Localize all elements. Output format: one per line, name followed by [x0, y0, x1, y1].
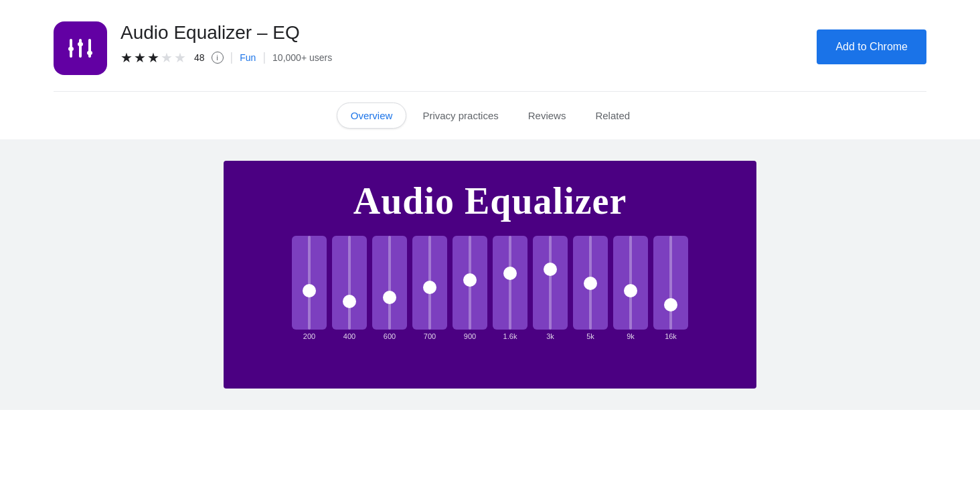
- eq-slider-label-900: 900: [464, 332, 476, 340]
- eq-slider-knob-900[interactable]: [463, 273, 477, 287]
- eq-slider-knob-1.6k[interactable]: [503, 267, 517, 280]
- category-tag[interactable]: Fun: [240, 52, 256, 63]
- add-to-chrome-button[interactable]: Add to Chrome: [817, 29, 926, 64]
- divider: |: [230, 50, 234, 64]
- eq-slider-knob-200[interactable]: [303, 284, 316, 297]
- content-area: Audio Equalizer 2004006007009001.6k3k5k9…: [0, 139, 980, 410]
- eq-slider-label-9k: 9k: [627, 332, 635, 340]
- svg-rect-3: [78, 42, 83, 46]
- eq-slider-line-1.6k: [509, 236, 511, 330]
- nav-tabs: Overview Privacy practices Reviews Relat…: [0, 92, 980, 139]
- star-rating: ★ ★ ★ ★ ★: [120, 50, 186, 66]
- eq-slider-line-3k: [549, 236, 552, 330]
- eq-slider-line-200: [308, 236, 311, 330]
- eq-slider-label-600: 600: [384, 332, 396, 340]
- eq-slider-knob-600[interactable]: [383, 291, 396, 304]
- eq-slider-track-5k: [573, 236, 608, 330]
- eq-slider-knob-700[interactable]: [423, 281, 436, 294]
- eq-slider-line-16k: [669, 236, 672, 330]
- eq-slider-label-3k: 3k: [546, 332, 554, 340]
- eq-slider-track-1.6k: [493, 236, 527, 330]
- header-section: Audio Equalizer – EQ ★ ★ ★ ★ ★ 48 i | Fu…: [0, 0, 980, 91]
- eq-slider-16k: 16k: [653, 236, 688, 340]
- divider-2: |: [262, 50, 266, 64]
- star-5: ★: [174, 50, 186, 66]
- eq-preview-image: Audio Equalizer 2004006007009001.6k3k5k9…: [224, 161, 756, 389]
- eq-slider-track-3k: [533, 236, 568, 330]
- eq-slider-label-16k: 16k: [665, 332, 677, 340]
- eq-slider-track-9k: [613, 236, 648, 330]
- eq-slider-knob-16k[interactable]: [664, 298, 677, 311]
- eq-slider-3k: 3k: [533, 236, 568, 340]
- eq-slider-400: 400: [332, 236, 367, 340]
- eq-slider-track-200: [292, 236, 327, 330]
- users-count: 10,000+ users: [272, 52, 332, 63]
- eq-slider-track-16k: [653, 236, 688, 330]
- svg-rect-1: [68, 47, 74, 51]
- eq-slider-track-900: [453, 236, 487, 330]
- eq-slider-5k: 5k: [573, 236, 608, 340]
- tab-privacy[interactable]: Privacy practices: [409, 103, 511, 128]
- eq-slider-900: 900: [453, 236, 487, 340]
- eq-slider-knob-3k[interactable]: [544, 263, 557, 276]
- eq-slider-label-200: 200: [303, 332, 315, 340]
- eq-slider-track-700: [412, 236, 447, 330]
- app-title: Audio Equalizer – EQ: [120, 21, 332, 44]
- eq-slider-label-1.6k: 1.6k: [503, 332, 517, 340]
- eq-slider-track-600: [372, 236, 407, 330]
- eq-slider-knob-400[interactable]: [343, 295, 356, 308]
- eq-slider-label-700: 700: [424, 332, 436, 340]
- app-icon: [54, 21, 107, 75]
- app-meta: ★ ★ ★ ★ ★ 48 i | Fun | 10,000+ users: [120, 50, 332, 66]
- eq-sliders-container: 2004006007009001.6k3k5k9k16k: [292, 236, 688, 340]
- eq-slider-label-400: 400: [343, 332, 355, 340]
- eq-slider-600: 600: [372, 236, 407, 340]
- eq-slider-knob-9k[interactable]: [624, 284, 637, 297]
- eq-slider-line-400: [348, 236, 351, 330]
- svg-rect-2: [79, 39, 82, 58]
- tab-related[interactable]: Related: [582, 103, 643, 128]
- star-4: ★: [161, 50, 173, 66]
- eq-slider-9k: 9k: [613, 236, 648, 340]
- eq-slider-200: 200: [292, 236, 327, 340]
- svg-rect-5: [87, 51, 92, 55]
- header-left: Audio Equalizer – EQ ★ ★ ★ ★ ★ 48 i | Fu…: [54, 21, 332, 75]
- app-info: Audio Equalizer – EQ ★ ★ ★ ★ ★ 48 i | Fu…: [120, 21, 332, 66]
- tab-overview[interactable]: Overview: [337, 102, 407, 129]
- eq-slider-knob-5k[interactable]: [584, 277, 597, 290]
- rating-count: 48: [194, 52, 205, 63]
- eq-slider-1.6k: 1.6k: [493, 236, 527, 340]
- info-icon[interactable]: i: [212, 52, 224, 64]
- star-3: ★: [147, 50, 159, 66]
- eq-slider-line-600: [388, 236, 391, 330]
- star-2: ★: [134, 50, 146, 66]
- tab-reviews[interactable]: Reviews: [515, 103, 580, 128]
- eq-slider-label-5k: 5k: [586, 332, 594, 340]
- eq-slider-track-400: [332, 236, 367, 330]
- eq-slider-700: 700: [412, 236, 447, 340]
- star-1: ★: [120, 50, 133, 66]
- eq-preview-title: Audio Equalizer: [353, 180, 627, 222]
- eq-slider-line-9k: [629, 236, 632, 330]
